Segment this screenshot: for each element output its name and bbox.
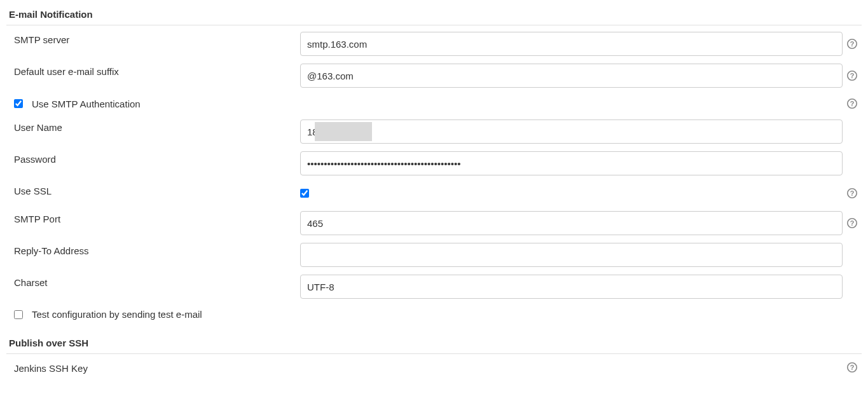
email-suffix-input[interactable] xyxy=(300,64,843,88)
row-smtp-port: SMTP Port ? xyxy=(6,207,862,239)
test-config-checkbox[interactable] xyxy=(14,310,23,319)
svg-text:?: ? xyxy=(850,364,855,371)
row-test-config: Test configuration by sending test e-mai… xyxy=(6,303,862,326)
row-use-auth: Use SMTP Authentication ? xyxy=(6,92,862,116)
svg-text:?: ? xyxy=(850,72,855,79)
row-smtp-server: SMTP server ? xyxy=(6,28,862,60)
row-use-ssl: Use SSL ? xyxy=(6,179,862,207)
smtp-server-input[interactable] xyxy=(300,32,843,56)
help-icon[interactable]: ? xyxy=(846,38,858,50)
svg-text:?: ? xyxy=(850,40,855,48)
row-username: User Name xyxy=(6,116,862,147)
help-icon[interactable]: ? xyxy=(846,98,858,109)
row-password: Password xyxy=(6,147,862,179)
password-input[interactable] xyxy=(300,151,843,175)
username-input[interactable] xyxy=(300,119,843,144)
help-icon[interactable]: ? xyxy=(846,70,858,81)
charset-label: Charset xyxy=(14,275,300,288)
section-title-email: E-mail Notification xyxy=(6,5,862,25)
row-ssh-key: Jenkins SSH Key ? xyxy=(6,357,862,378)
use-auth-checkbox[interactable] xyxy=(14,99,23,108)
svg-text:?: ? xyxy=(850,100,855,107)
smtp-port-input[interactable] xyxy=(300,211,843,235)
email-suffix-label: Default user e-mail suffix xyxy=(14,64,300,77)
use-auth-label: Use SMTP Authentication xyxy=(32,99,141,109)
use-ssl-checkbox[interactable] xyxy=(300,189,309,198)
reply-to-input[interactable] xyxy=(300,243,843,267)
help-icon[interactable]: ? xyxy=(846,362,858,373)
svg-text:?: ? xyxy=(850,189,855,197)
test-config-label: Test configuration by sending test e-mai… xyxy=(32,309,202,320)
password-label: Password xyxy=(14,151,300,165)
reply-to-label: Reply-To Address xyxy=(14,243,300,256)
smtp-server-label: SMTP server xyxy=(14,32,300,45)
ssh-key-label: Jenkins SSH Key xyxy=(14,360,300,374)
charset-input[interactable] xyxy=(300,275,843,299)
row-email-suffix: Default user e-mail suffix ? xyxy=(6,60,862,92)
use-ssl-label: Use SSL xyxy=(14,183,300,196)
svg-text:?: ? xyxy=(850,219,855,227)
help-icon[interactable]: ? xyxy=(846,188,858,199)
smtp-port-label: SMTP Port xyxy=(14,211,300,224)
help-icon[interactable]: ? xyxy=(846,217,858,229)
username-label: User Name xyxy=(14,119,300,133)
row-charset: Charset xyxy=(6,271,862,303)
section-title-ssh: Publish over SSH xyxy=(6,334,862,354)
row-reply-to: Reply-To Address xyxy=(6,239,862,271)
